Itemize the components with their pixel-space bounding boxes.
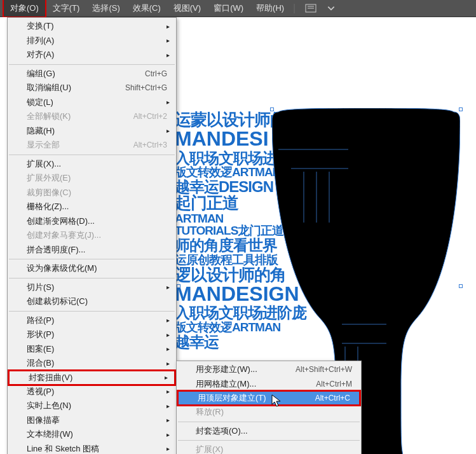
menu-item: 显示全部Alt+Ctrl+3	[8, 138, 176, 153]
menu-item[interactable]: 锁定(L)▸	[8, 95, 176, 110]
menu-item: 全部解锁(K)Alt+Ctrl+2	[8, 109, 176, 124]
menu-view[interactable]: 视图(V)	[167, 0, 207, 17]
menu-type[interactable]: 文字(T)	[46, 0, 86, 17]
menu-item-label: 拼合透明度(F)...	[27, 244, 167, 256]
chevron-down-icon[interactable]	[323, 2, 339, 15]
menu-item[interactable]: 实时上色(N)▸	[8, 399, 176, 413]
menu-item[interactable]: 图案(E)▸	[8, 342, 176, 357]
menu-item[interactable]: 取消编组(U)Shift+Ctrl+G	[8, 81, 176, 95]
submenu-item: 释放(R)	[177, 405, 361, 420]
menu-object[interactable]: 对象(O)	[3, 0, 46, 18]
menu-item[interactable]: 封套扭曲(V)▸	[8, 369, 176, 386]
menu-item[interactable]: Line 和 Sketch 图稿▸	[8, 442, 176, 455]
menu-item[interactable]: 混合(B)▸	[8, 356, 176, 371]
menu-item-label: 创建渐变网格(D)...	[27, 216, 167, 227]
menu-item-label: 对齐(A)	[27, 49, 167, 60]
submenu-arrow-icon: ▸	[167, 402, 170, 409]
menu-effect[interactable]: 效果(C)	[126, 0, 167, 17]
menu-select[interactable]: 选择(S)	[86, 0, 126, 17]
menu-item[interactable]: 路径(P)▸	[8, 313, 176, 328]
submenu-item[interactable]: 用网格建立(M)...Alt+Ctrl+M	[177, 377, 361, 392]
menu-item-label: 隐藏(H)	[27, 125, 167, 137]
menu-item-label: 排列(A)	[27, 35, 167, 46]
submenu-item-label: 用网格建立(M)...	[196, 378, 316, 390]
submenu-arrow-icon: ▸	[167, 52, 170, 58]
menu-item[interactable]: 拼合透明度(F)...	[8, 243, 176, 258]
menu-item-label: 变换(T)	[27, 20, 167, 32]
menu-item-label: 切片(S)	[27, 282, 167, 293]
submenu-item-label: 用顶层对象建立(T)	[198, 392, 315, 404]
transform-handle[interactable]	[270, 107, 274, 111]
menu-item-label: 创建裁切标记(C)	[27, 296, 167, 307]
menu-item[interactable]: 设为像素级优化(M)	[8, 261, 176, 276]
envelope-distort-submenu: 用变形建立(W)...Alt+Shift+Ctrl+W用网格建立(M)...Al…	[176, 361, 362, 454]
menu-item[interactable]: 栅格化(Z)...	[8, 200, 176, 214]
submenu-arrow-icon: ▸	[167, 345, 170, 352]
menu-item-label: 创建对象马赛克(J)...	[27, 230, 167, 241]
menu-item-label: 显示全部	[27, 139, 133, 151]
submenu-arrow-icon: ▸	[167, 431, 170, 438]
menu-shortcut: Alt+Ctrl+C	[315, 394, 350, 402]
menu-shortcut: Alt+Ctrl+3	[133, 141, 167, 149]
menu-item-label: 扩展外观(E)	[27, 172, 167, 184]
menubar: 对象(O) 文字(T) 选择(S) 效果(C) 视图(V) 窗口(W) 帮助(H…	[0, 0, 476, 17]
transform-handle[interactable]	[459, 284, 463, 288]
menu-item-label: 锁定(L)	[27, 97, 167, 108]
submenu-item-label: 释放(R)	[196, 406, 352, 418]
submenu-arrow-icon: ▸	[167, 331, 170, 338]
menu-item-label: 全部解锁(K)	[27, 111, 133, 122]
menu-item-label: 图案(E)	[27, 343, 167, 355]
transform-handle[interactable]	[459, 107, 463, 111]
submenu-arrow-icon: ▸	[167, 360, 170, 367]
menu-item-label: 扩展(X)...	[27, 158, 167, 170]
menu-item[interactable]: 创建渐变网格(D)...	[8, 214, 176, 229]
menu-item[interactable]: 隐藏(H)▸	[8, 124, 176, 139]
menu-item[interactable]: 切片(S)▸	[8, 280, 176, 295]
menu-item[interactable]: 透视(P)▸	[8, 385, 176, 399]
submenu-arrow-icon: ▸	[167, 99, 170, 106]
submenu-item-label: 用变形建立(W)...	[196, 364, 296, 375]
menu-help[interactable]: 帮助(H)	[250, 0, 290, 17]
submenu-arrow-icon: ▸	[165, 374, 168, 381]
menu-item[interactable]: 创建裁切标记(C)	[8, 294, 176, 309]
menu-item-label: 设为像素级优化(M)	[27, 263, 167, 274]
menu-item: 扩展外观(E)	[8, 171, 176, 186]
menu-item[interactable]: 排列(A)▸	[8, 34, 176, 48]
submenu-item-label: 扩展(X)	[196, 444, 352, 454]
menu-item[interactable]: 形状(P)▸	[8, 327, 176, 342]
menu-item[interactable]: 图像描摹▸	[8, 413, 176, 428]
submenu-item-label: 封套选项(O)...	[196, 425, 352, 437]
submenu-item[interactable]: 用变形建立(W)...Alt+Shift+Ctrl+W	[177, 362, 361, 377]
menu-item[interactable]: 文本绕排(W)▸	[8, 427, 176, 442]
submenu-item[interactable]: 封套选项(O)...	[177, 424, 361, 439]
menu-item-label: 透视(P)	[27, 386, 167, 397]
menu-shortcut: Alt+Shift+Ctrl+W	[296, 365, 352, 374]
menu-item[interactable]: 对齐(A)▸	[8, 48, 176, 62]
doc-setup-icon[interactable]	[303, 2, 318, 15]
menu-item-label: 图像描摹	[27, 415, 167, 426]
menu-item-label: 栅格化(Z)...	[27, 201, 167, 212]
menu-item-label: 编组(G)	[27, 68, 145, 79]
menu-item[interactable]: 扩展(X)...	[8, 157, 176, 172]
object-menu-dropdown: 变换(T)▸排列(A)▸对齐(A)▸编组(G)Ctrl+G取消编组(U)Shif…	[7, 17, 177, 454]
submenu-arrow-icon: ▸	[167, 37, 170, 44]
menu-shortcut: Alt+Ctrl+2	[133, 112, 167, 121]
menu-item-label: 路径(P)	[27, 315, 167, 326]
menu-item[interactable]: 编组(G)Ctrl+G	[8, 67, 176, 81]
menu-shortcut: Alt+Ctrl+M	[316, 380, 352, 389]
submenu-item[interactable]: 用顶层对象建立(T)Alt+Ctrl+C	[177, 390, 361, 406]
submenu-item: 扩展(X)	[177, 443, 361, 454]
transform-handle[interactable]	[177, 284, 180, 288]
menu-item[interactable]: 变换(T)▸	[8, 19, 176, 34]
submenu-arrow-icon: ▸	[167, 23, 170, 30]
submenu-arrow-icon: ▸	[167, 284, 170, 291]
menu-item-label: 文本绕排(W)	[27, 429, 167, 440]
submenu-arrow-icon: ▸	[167, 445, 170, 452]
submenu-arrow-icon: ▸	[167, 127, 170, 134]
menu-window[interactable]: 窗口(W)	[207, 0, 250, 17]
menu-item-label: 取消编组(U)	[27, 82, 125, 93]
menu-item: 裁剪图像(C)	[8, 186, 176, 200]
menu-shortcut: Ctrl+G	[145, 69, 167, 78]
submenu-arrow-icon: ▸	[167, 416, 170, 423]
submenu-arrow-icon: ▸	[167, 317, 170, 324]
